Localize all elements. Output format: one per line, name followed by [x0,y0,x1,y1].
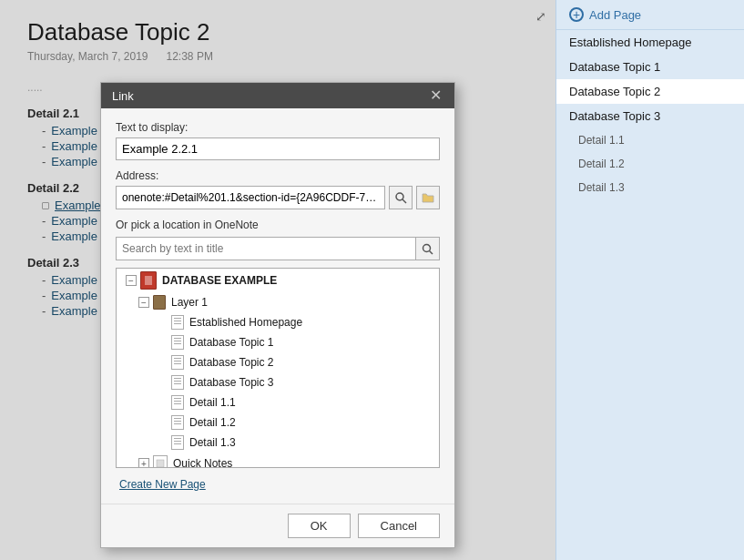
notebook-icon [140,271,157,290]
tree-root-label: DATABASE EXAMPLE [162,274,277,287]
modal-footer: OK Cancel [101,504,454,547]
text-display-input[interactable] [116,137,440,160]
sidebar-item[interactable]: Database Topic 1 [556,55,744,79]
right-sidebar: + Add Page Established HomepageDatabase … [555,0,744,560]
modal-body: Text to display: Address: [101,108,454,504]
tree-container[interactable]: − DATABASE EXAMPLE − Layer 1 [116,268,440,468]
add-page-button[interactable]: + Add Page [556,0,744,30]
tree-page-dbtopic1[interactable]: Database Topic 1 [117,332,439,352]
or-pick-label: Or pick a location in OneNote [116,219,440,231]
tree-expand-quicknotes[interactable]: + [138,458,149,468]
svg-rect-5 [157,460,164,467]
text-display-label: Text to display: [116,121,440,134]
tree-page-detail11[interactable]: Detail 1.1 [117,392,439,412]
tree-quick-notes-label: Quick Notes [173,457,232,468]
modal-close-button[interactable]: ✕ [428,88,443,103]
tree-page-dbtopic3-label: Database Topic 3 [189,376,274,389]
page-icon [171,435,184,450]
tree-page-established-label: Established Homepage [189,316,302,329]
tree-page-dbtopic2-label: Database Topic 2 [189,356,274,369]
tree-page-detail13[interactable]: Detail 1.3 [117,433,439,453]
sidebar-item[interactable]: Database Topic 2 [556,79,744,104]
sidebar-item[interactable]: Detail 1.3 [556,176,744,199]
tree-page-detail13-label: Detail 1.3 [189,436,236,449]
section-icon [153,295,166,310]
address-label: Address: [116,169,440,182]
create-new-page-link[interactable]: Create New Page [116,478,209,491]
modal-title: Link [112,89,134,103]
tree-page-detail12-label: Detail 1.2 [189,416,236,429]
address-row [116,186,440,209]
page-icon [171,375,184,390]
page-icon [171,395,184,410]
tree-root[interactable]: − DATABASE EXAMPLE [117,269,439,292]
page-icon [171,415,184,430]
tree-page-dbtopic3[interactable]: Database Topic 3 [117,372,439,392]
address-search-button[interactable] [389,186,413,209]
svg-line-3 [430,250,433,254]
search-row [116,237,440,260]
sidebar-item[interactable]: Established Homepage [556,30,744,55]
svg-point-0 [396,193,403,200]
tree-layer1[interactable]: − Layer 1 [117,292,439,312]
ok-button[interactable]: OK [288,514,351,538]
page-icon [171,355,184,370]
tree-search-input[interactable] [116,237,416,260]
modal-overlay: Link ✕ Text to display: Address: [0,0,555,560]
tree-layer1-label: Layer 1 [171,296,208,309]
sidebar-items: Established HomepageDatabase Topic 1Data… [556,30,744,199]
notes-icon [153,455,168,468]
tree-page-established[interactable]: Established Homepage [117,312,439,332]
sidebar-item[interactable]: Database Topic 3 [556,104,744,128]
tree-expand-root[interactable]: − [126,275,137,286]
tree-quick-notes[interactable]: + Quick Notes [117,453,439,468]
sidebar-item[interactable]: Detail 1.1 [556,128,744,152]
sidebar-item[interactable]: Detail 1.2 [556,152,744,176]
tree-page-detail12[interactable]: Detail 1.2 [117,412,439,433]
svg-rect-4 [145,276,152,285]
add-page-label: Add Page [589,8,641,22]
page-icon [171,335,184,350]
link-dialog: Link ✕ Text to display: Address: [100,82,455,548]
address-folder-button[interactable] [416,186,440,209]
plus-circle-icon: + [569,7,584,22]
tree-page-detail11-label: Detail 1.1 [189,396,236,409]
tree-page-dbtopic1-label: Database Topic 1 [189,336,274,349]
tree-search-button[interactable] [416,237,440,260]
tree-expand-layer1[interactable]: − [138,297,149,308]
address-input[interactable] [116,186,385,209]
svg-line-1 [403,199,406,203]
tree-page-dbtopic2[interactable]: Database Topic 2 [117,352,439,372]
page-icon [171,315,184,330]
modal-header: Link ✕ [101,83,454,108]
cancel-button[interactable]: Cancel [358,514,440,538]
svg-point-2 [423,244,431,251]
